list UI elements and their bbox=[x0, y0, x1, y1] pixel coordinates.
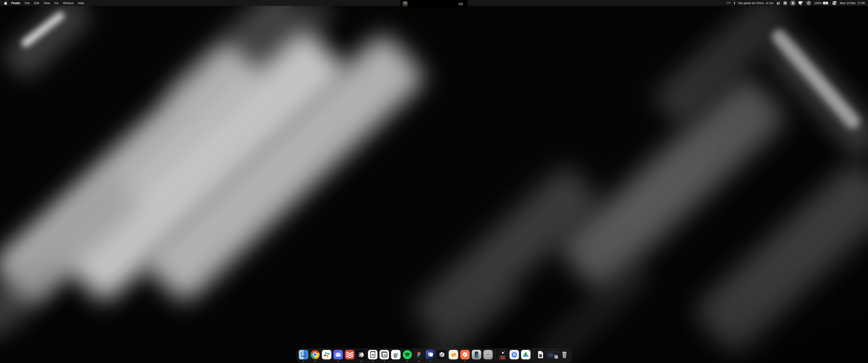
battery-charging-icon bbox=[823, 2, 829, 4]
svg-text:10: 10 bbox=[383, 354, 386, 357]
apple-menu[interactable] bbox=[4, 1, 7, 5]
dock-icon-one-password[interactable] bbox=[509, 350, 519, 359]
running-indicator bbox=[384, 361, 385, 362]
battery-percent-label: 100% bbox=[814, 1, 822, 5]
hidden-items-overflow-icon[interactable]: ••• bbox=[726, 1, 731, 4]
display-icon[interactable] bbox=[798, 1, 803, 5]
wallpaper-shape bbox=[765, 29, 868, 160]
dock-icon-google-drive[interactable] bbox=[521, 350, 530, 359]
menu-item-window[interactable]: Window bbox=[63, 1, 73, 5]
clock-time: 17:58 bbox=[857, 1, 865, 5]
control-center-icon[interactable] bbox=[832, 1, 837, 5]
dock-icon-figma[interactable] bbox=[414, 350, 424, 359]
raycast-diamond-icon bbox=[502, 352, 504, 354]
wallpaper-shape bbox=[0, 0, 95, 82]
reminder-category-bar bbox=[734, 2, 735, 4]
dock-minimized-window[interactable]: 10 bbox=[547, 351, 558, 358]
menu-item-view[interactable]: View bbox=[43, 1, 50, 5]
desktop-wallpaper bbox=[0, 0, 868, 363]
dock-icon-system-settings[interactable] bbox=[483, 350, 493, 359]
dock-icon-postico-elephant[interactable] bbox=[449, 350, 458, 359]
running-indicator bbox=[315, 361, 315, 362]
dock-icon-notion[interactable]: N bbox=[368, 350, 377, 359]
one-password-icon[interactable] bbox=[807, 1, 811, 5]
dock-icon-google-chrome[interactable] bbox=[310, 350, 320, 359]
clock-date: Mon 10 Mar bbox=[840, 1, 856, 5]
dock-icon-cube-3d-app[interactable] bbox=[437, 350, 447, 359]
svg-text:N: N bbox=[372, 353, 374, 357]
menu-item-go[interactable]: Go bbox=[55, 1, 58, 5]
apple-logo-icon bbox=[4, 1, 7, 5]
dock-icon-finder[interactable] bbox=[299, 350, 308, 359]
minimized-window-app-badge: 10 bbox=[555, 356, 558, 359]
running-indicator bbox=[372, 361, 373, 362]
dock-icon-notion-calendar[interactable]: 10 bbox=[379, 350, 389, 359]
dock-icon-slack[interactable] bbox=[322, 350, 331, 359]
reminder-menu-item[interactable]: Dar jantar do Chico · in 2m bbox=[738, 1, 773, 5]
menu-item-file[interactable]: File bbox=[25, 1, 30, 5]
badge-blob-icon[interactable] bbox=[791, 1, 795, 5]
running-indicator bbox=[465, 361, 465, 362]
chrome-icon bbox=[311, 350, 320, 359]
wallpaper-shape bbox=[691, 158, 868, 358]
menu-active-app[interactable]: Finder bbox=[11, 1, 20, 5]
running-indicator bbox=[361, 361, 362, 362]
dock-icon-discord[interactable] bbox=[333, 350, 343, 359]
running-indicator bbox=[338, 361, 339, 362]
menu-bar-clock[interactable]: Mon 10 Mar 17:58 bbox=[840, 1, 865, 5]
battery-status[interactable]: 100% bbox=[814, 1, 829, 5]
notch-music-player[interactable] bbox=[401, 0, 467, 8]
dock-icon-todoist[interactable] bbox=[345, 350, 354, 359]
flower-settings-icon[interactable] bbox=[783, 1, 787, 5]
dock-icon-spotify[interactable] bbox=[403, 350, 412, 359]
dock-icon-document-file[interactable] bbox=[536, 350, 545, 359]
dock-icon-blue-windows-app[interactable] bbox=[426, 350, 435, 359]
audio-visualizer-icon bbox=[459, 2, 463, 6]
running-indicator bbox=[407, 361, 408, 362]
dock: N 10 g bbox=[297, 349, 571, 362]
dock-icon-grammarly[interactable]: g bbox=[391, 350, 401, 359]
running-indicator bbox=[430, 361, 431, 362]
dock-icon-ios-simulator[interactable] bbox=[472, 350, 481, 359]
running-indicator bbox=[303, 361, 304, 362]
menu-item-help[interactable]: Help bbox=[78, 1, 84, 5]
raycast-label: raycast bbox=[498, 355, 507, 357]
album-art[interactable] bbox=[402, 1, 408, 7]
dock-icon-postman[interactable] bbox=[460, 350, 470, 359]
dock-icon-raycast[interactable]: raycast bbox=[498, 350, 507, 359]
dock-icon-trash[interactable] bbox=[560, 350, 569, 359]
running-indicator bbox=[418, 361, 419, 362]
grammarly-icon[interactable]: g bbox=[777, 1, 780, 4]
menu-bar-left: Finder File Edit View Go Window Help bbox=[4, 1, 84, 5]
menu-bar-status-area: ••• Dar jantar do Chico · in 2m g bbox=[726, 1, 865, 5]
dock-icon-linear[interactable] bbox=[356, 350, 366, 359]
menu-item-edit[interactable]: Edit bbox=[34, 1, 39, 5]
